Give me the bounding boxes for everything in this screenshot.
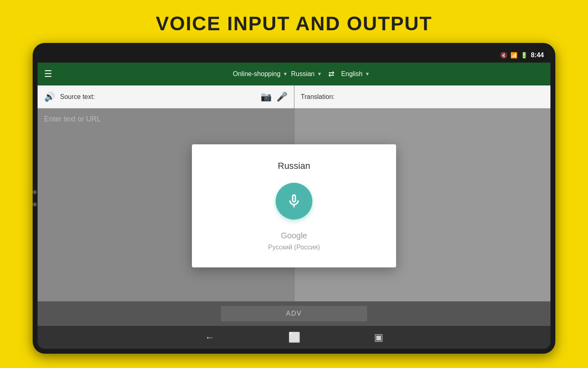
page-title: VOICE INPUT AND OUTPUT <box>156 12 432 35</box>
category-selector[interactable]: Online-shopping ▼ <box>233 70 287 78</box>
status-time: 8:44 <box>531 52 544 59</box>
source-language-dropdown-icon: ▼ <box>317 71 322 77</box>
back-button[interactable]: ← <box>205 332 215 343</box>
source-language-selector[interactable]: Russian ▼ <box>291 70 322 78</box>
volume-up-button[interactable] <box>33 190 37 194</box>
voice-dialog: Russian Google Русский (Россия) <box>192 144 396 267</box>
toolbar-center: Online-shopping ▼ Russian ▼ ⇄ English ▼ <box>59 70 544 79</box>
app-content: 🔊 Source text: 📷 🎤 Enter text or URL Tra… <box>38 85 550 326</box>
battery-icon: 🔋 <box>521 52 528 58</box>
volume-down-button[interactable] <box>33 202 37 206</box>
home-button[interactable]: ⬜ <box>288 332 301 343</box>
target-language-dropdown-icon: ▼ <box>365 71 370 77</box>
category-label: Online-shopping <box>233 70 281 78</box>
dialog-language-label: Russian <box>278 161 310 171</box>
voice-input-mic-button[interactable] <box>276 183 312 220</box>
recents-button[interactable]: ▣ <box>374 332 383 343</box>
target-language-selector[interactable]: English ▼ <box>341 70 370 78</box>
target-language-label: English <box>341 70 362 78</box>
category-dropdown-icon: ▼ <box>283 71 288 77</box>
voice-dialog-overlay: Russian Google Русский (Россия) <box>38 85 550 326</box>
app-toolbar: ☰ Online-shopping ▼ Russian ▼ ⇄ English … <box>38 63 550 85</box>
side-buttons <box>33 190 37 206</box>
source-language-label: Russian <box>291 70 315 78</box>
wifi-icon: 📶 <box>510 52 517 58</box>
muted-icon: 🔇 <box>500 52 507 58</box>
dialog-locale-label: Русский (Россия) <box>268 244 320 251</box>
swap-languages-icon[interactable]: ⇄ <box>328 70 334 79</box>
status-bar: 🔇 📶 🔋 8:44 <box>38 48 550 63</box>
tablet-frame: 🔇 📶 🔋 8:44 ☰ Online-shopping ▼ Russian ▼… <box>33 43 555 354</box>
mic-svg-icon <box>286 193 302 209</box>
dialog-provider-label: Google <box>281 231 307 240</box>
tablet-screen: 🔇 📶 🔋 8:44 ☰ Online-shopping ▼ Russian ▼… <box>38 48 550 349</box>
hamburger-icon[interactable]: ☰ <box>44 69 52 79</box>
nav-bar: ← ⬜ ▣ <box>38 326 550 349</box>
